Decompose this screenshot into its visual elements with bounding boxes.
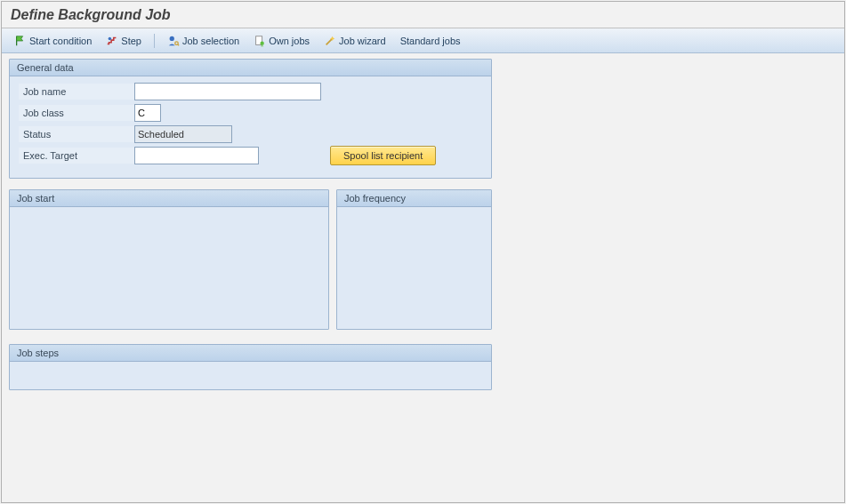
exec-target-input[interactable] [134,147,259,164]
form-row-status: Status [19,124,482,144]
toolbar-label: Start condition [29,36,92,46]
toolbar-label: Own jobs [269,36,310,46]
svg-point-5 [261,41,264,44]
form-row-jobname: Job name [19,82,482,101]
panel-body: Job name Job class Status Exec. Target S… [10,76,491,178]
svg-point-0 [109,36,112,40]
job-frequency-panel: Job frequency [336,189,492,330]
panel-body [337,207,491,323]
wizard-icon [324,35,336,47]
row-panels: Job start Job frequency [9,189,492,340]
job-name-input[interactable] [134,83,321,100]
page-title: Define Background Job [11,7,835,23]
panel-body [10,207,328,323]
steps-icon [106,35,118,47]
job-class-label: Job class [19,105,134,121]
panel-header: Job start [10,190,328,207]
svg-point-2 [175,41,179,44]
panel-body [10,362,491,385]
start-condition-button[interactable]: Start condition [9,33,97,49]
job-selection-button[interactable]: Job selection [162,33,245,49]
spool-list-recipient-button[interactable]: Spool list recipient [330,146,436,165]
document-person-icon [254,35,266,47]
form-row-jobclass: Job class [19,103,482,123]
job-start-panel: Job start [9,189,329,330]
toolbar-label: Step [121,36,141,46]
toolbar-label: Job selection [182,36,239,46]
content-area: General data Job name Job class Status E… [2,53,844,502]
svg-line-3 [178,44,179,44]
exec-target-label: Exec. Target [19,148,134,164]
step-button[interactable]: Step [101,33,147,49]
form-row-exectarget: Exec. Target Spool list recipient [19,146,482,165]
toolbar-label: Job wizard [339,36,386,46]
toolbar-separator [154,34,155,48]
job-steps-panel: Job steps [9,344,492,390]
status-field [134,125,232,143]
person-search-icon [167,35,180,47]
panel-header: Job frequency [337,190,491,207]
panel-header: General data [10,60,491,76]
standard-jobs-button[interactable]: Standard jobs [395,34,466,48]
job-class-input[interactable] [134,104,161,122]
app-window: Define Background Job Start condition St… [1,1,845,503]
svg-point-1 [170,36,174,40]
job-name-label: Job name [19,84,134,100]
toolbar: Start condition Step Job selection Own j… [2,28,844,53]
general-data-panel: General data Job name Job class Status E… [9,59,492,179]
job-wizard-button[interactable]: Job wizard [318,33,391,49]
panel-header: Job steps [10,345,491,362]
toolbar-label: Standard jobs [400,36,461,46]
flag-icon [14,35,27,47]
own-jobs-button[interactable]: Own jobs [248,33,315,49]
title-bar: Define Background Job [2,2,844,28]
status-label: Status [19,126,134,142]
